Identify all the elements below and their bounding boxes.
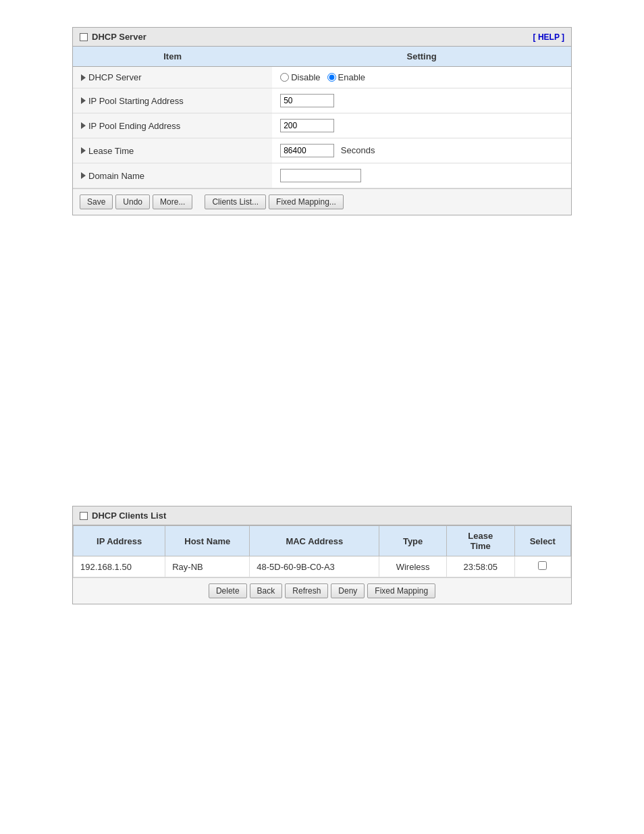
arrow-icon	[81, 97, 86, 104]
dhcp-server-panel-header: DHCP Server [ HELP ]	[73, 28, 571, 47]
col-type-header: Type	[379, 526, 447, 556]
fixed-mapping-button[interactable]: Fixed Mapping...	[269, 194, 344, 209]
client-type: Wireless	[379, 556, 447, 577]
dhcp-clients-table: IP Address Host Name MAC Address Type Le…	[73, 525, 571, 577]
radio-disable-label[interactable]: Disable	[280, 72, 320, 82]
spacer	[20, 236, 624, 506]
arrow-icon	[81, 172, 86, 179]
deny-button[interactable]: Deny	[331, 583, 365, 598]
back-button[interactable]: Back	[250, 583, 283, 598]
dhcp-server-panel: DHCP Server [ HELP ] Item Setting DHCP S	[72, 27, 572, 215]
more-button[interactable]: More...	[153, 194, 192, 209]
table-row: Lease Time Seconds	[73, 138, 571, 163]
arrow-icon	[81, 147, 86, 154]
panel-icon	[80, 33, 88, 41]
delete-button[interactable]: Delete	[209, 583, 247, 598]
row-label-dhcp-server: DHCP Server	[81, 72, 264, 82]
arrow-icon	[81, 74, 86, 81]
clients-list-button[interactable]: Clients List...	[205, 194, 266, 209]
domain-name-input[interactable]	[280, 169, 361, 182]
dhcp-server-radio-group: Disable Enable	[280, 72, 563, 82]
dhcp-clients-panel: DHCP Clients List IP Address Host Name M…	[72, 506, 572, 604]
table-row: Domain Name	[73, 163, 571, 188]
col-item-header: Item	[163, 51, 182, 61]
refresh-button[interactable]: Refresh	[285, 583, 328, 598]
row-label-domain-name: Domain Name	[81, 171, 264, 181]
dhcp-clients-panel-header: DHCP Clients List	[73, 506, 571, 525]
row-label-ip-start: IP Pool Starting Address	[81, 96, 264, 106]
dhcp-server-table: Item Setting DHCP Server	[73, 47, 571, 188]
radio-disable[interactable]	[280, 73, 289, 82]
table-row: IP Pool Ending Address	[73, 113, 571, 138]
undo-button[interactable]: Undo	[115, 194, 150, 209]
clients-fixed-mapping-button[interactable]: Fixed Mapping	[367, 583, 435, 598]
ip-pool-end-input[interactable]	[280, 119, 334, 132]
help-link[interactable]: [ HELP ]	[533, 32, 564, 42]
col-lease-header: LeaseTime	[446, 526, 514, 556]
dhcp-clients-title: DHCP Clients List	[80, 511, 166, 521]
table-row: IP Pool Starting Address	[73, 88, 571, 113]
col-setting-header: Setting	[407, 51, 437, 61]
radio-enable-label[interactable]: Enable	[327, 72, 365, 82]
client-ip: 192.168.1.50	[74, 556, 165, 577]
client-select[interactable]	[514, 556, 570, 577]
col-select-header: Select	[514, 526, 570, 556]
client-mac: 48-5D-60-9B-C0-A3	[250, 556, 379, 577]
row-label-lease-time: Lease Time	[81, 146, 264, 156]
table-row: DHCP Server Disable Enable	[73, 67, 571, 88]
col-host-header: Host Name	[165, 526, 250, 556]
clients-button-row: Delete Back Refresh Deny Fixed Mapping	[73, 577, 571, 604]
dhcp-server-button-row: Save Undo More... Clients List... Fixed …	[73, 188, 571, 215]
arrow-icon	[81, 122, 86, 129]
radio-enable[interactable]	[327, 73, 336, 82]
dhcp-server-title: DHCP Server	[80, 32, 146, 42]
col-ip-header: IP Address	[74, 526, 165, 556]
ip-pool-start-input[interactable]	[280, 94, 334, 107]
save-button[interactable]: Save	[80, 194, 113, 209]
row-label-ip-end: IP Pool Ending Address	[81, 121, 264, 131]
client-host: Ray-NB	[165, 556, 250, 577]
clients-table-header-row: IP Address Host Name MAC Address Type Le…	[74, 526, 571, 556]
client-lease: 23:58:05	[446, 556, 514, 577]
select-checkbox[interactable]	[538, 561, 547, 570]
table-row: 192.168.1.50 Ray-NB 48-5D-60-9B-C0-A3 Wi…	[74, 556, 571, 577]
lease-time-input[interactable]	[280, 144, 334, 157]
panel-icon	[80, 512, 88, 520]
col-mac-header: MAC Address	[250, 526, 379, 556]
